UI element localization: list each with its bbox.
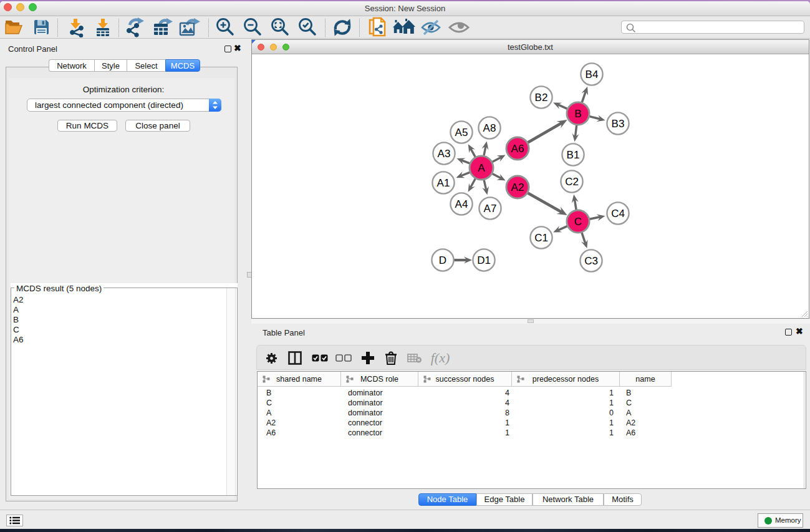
svg-text:B4: B4 (586, 69, 599, 80)
svg-text:A3: A3 (438, 148, 451, 160)
svg-text:B1: B1 (567, 149, 580, 161)
svg-text:C4: C4 (611, 208, 625, 220)
svg-text:D: D (439, 254, 446, 266)
svg-text:C2: C2 (565, 176, 579, 188)
svg-text:A7: A7 (484, 203, 497, 215)
svg-text:C3: C3 (584, 255, 598, 267)
svg-text:A5: A5 (455, 127, 468, 138)
svg-text:B3: B3 (612, 118, 625, 130)
svg-text:A: A (478, 162, 485, 174)
svg-text:C1: C1 (534, 232, 548, 244)
svg-text:B2: B2 (535, 92, 548, 104)
svg-text:A6: A6 (511, 143, 524, 155)
svg-text:D1: D1 (477, 254, 491, 266)
svg-text:B: B (574, 108, 581, 120)
svg-text:C: C (574, 216, 582, 228)
svg-text:A2: A2 (511, 181, 524, 193)
svg-text:A1: A1 (437, 177, 450, 189)
svg-text:A8: A8 (483, 122, 496, 134)
svg-text:A4: A4 (455, 198, 468, 210)
